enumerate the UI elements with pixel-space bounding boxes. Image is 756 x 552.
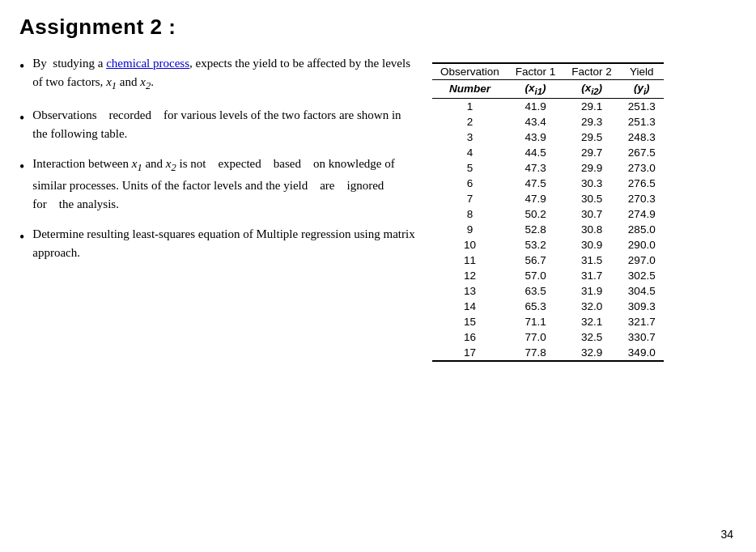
table-cell: 44.5 <box>508 145 564 160</box>
table-cell: 30.3 <box>563 176 620 191</box>
table-cell: 31.7 <box>563 268 620 283</box>
table-cell: 29.5 <box>563 130 620 145</box>
table-cell: 248.3 <box>620 130 664 145</box>
table-cell: 65.3 <box>508 299 564 314</box>
data-table-wrap: Observation Factor 1 Factor 2 Yield Numb… <box>432 62 664 362</box>
x1-var: x1 <box>106 75 117 88</box>
table-cell: 8 <box>432 206 508 222</box>
x1-var-2: x1 <box>132 157 142 170</box>
table-cell: 14 <box>432 299 508 314</box>
table-row: 850.230.7274.9 <box>432 206 664 222</box>
table-row: 444.529.7267.5 <box>432 145 664 160</box>
col-factor2-sub: (xi2) <box>563 80 620 99</box>
table-cell: 304.5 <box>620 283 664 299</box>
table-row: 1156.731.5297.0 <box>432 253 664 268</box>
table-cell: 30.5 <box>563 191 620 206</box>
table-cell: 9 <box>432 222 508 237</box>
table-cell: 285.0 <box>620 222 664 237</box>
table-cell: 53.2 <box>508 237 564 253</box>
table-cell: 47.5 <box>508 176 564 191</box>
table-cell: 77.8 <box>508 345 564 361</box>
table-cell: 30.9 <box>563 237 620 253</box>
table-cell: 276.5 <box>620 176 664 191</box>
table-cell: 29.1 <box>563 98 620 114</box>
table-row: 647.530.3276.5 <box>432 176 664 191</box>
bullet-list: • By studying a chemical process, expect… <box>19 54 416 274</box>
table-cell: 57.0 <box>508 268 564 283</box>
bullet-dot: • <box>19 56 24 79</box>
table-cell: 5 <box>432 160 508 176</box>
bullet-dot: • <box>19 108 24 130</box>
table-cell: 309.3 <box>620 299 664 314</box>
table-cell: 2 <box>432 114 508 130</box>
col-yield-sub: (yi) <box>620 80 664 99</box>
table-cell: 302.5 <box>620 268 664 283</box>
table-cell: 6 <box>432 176 508 191</box>
table-row: 547.329.9273.0 <box>432 160 664 176</box>
list-item: • By studying a chemical process, expect… <box>19 54 416 95</box>
table-cell: 251.3 <box>620 114 664 130</box>
table-cell: 63.5 <box>508 283 564 299</box>
bullet-dot: • <box>19 156 24 179</box>
table-cell: 7 <box>432 191 508 206</box>
table-cell: 330.7 <box>620 329 664 345</box>
col-observation-sub: Number <box>432 80 508 99</box>
table-row: 343.929.5248.3 <box>432 130 664 145</box>
table-cell: 273.0 <box>620 160 664 176</box>
table-cell: 29.3 <box>563 114 620 130</box>
table-row: 1053.230.9290.0 <box>432 237 664 253</box>
observation-table: Observation Factor 1 Factor 2 Yield Numb… <box>432 62 664 362</box>
bullet-text-1: By studying a chemical process, expects … <box>32 54 416 95</box>
table-cell: 31.5 <box>563 253 620 268</box>
table-cell: 56.7 <box>508 253 564 268</box>
table-cell: 32.5 <box>563 329 620 345</box>
col-factor1-sub: (xi1) <box>508 80 564 99</box>
table-cell: 77.0 <box>508 329 564 345</box>
bullet-text-2: Observations recorded for various levels… <box>32 106 416 144</box>
table-row: 1465.332.0309.3 <box>432 299 664 314</box>
table-cell: 297.0 <box>620 253 664 268</box>
bullet-text-3: Interaction between x1 and x2 is not exp… <box>32 155 416 214</box>
table-cell: 30.8 <box>563 222 620 237</box>
table-cell: 274.9 <box>620 206 664 222</box>
table-cell: 10 <box>432 237 508 253</box>
table-cell: 3 <box>432 130 508 145</box>
table-cell: 4 <box>432 145 508 160</box>
table-cell: 50.2 <box>508 206 564 222</box>
table-header-row-2: Number (xi1) (xi2) (yi) <box>432 80 664 99</box>
table-cell: 32.9 <box>563 345 620 361</box>
table-cell: 31.9 <box>563 283 620 299</box>
col-yield-header: Yield <box>620 63 664 80</box>
table-cell: 47.9 <box>508 191 564 206</box>
table-cell: 321.7 <box>620 314 664 329</box>
table-row: 1257.031.7302.5 <box>432 268 664 283</box>
list-item: • Interaction between x1 and x2 is not e… <box>19 155 416 214</box>
bullet-dot: • <box>19 227 24 249</box>
table-row: 141.929.1251.3 <box>432 98 664 114</box>
table-cell: 30.7 <box>563 206 620 222</box>
table-cell: 43.9 <box>508 130 564 145</box>
table-cell: 13 <box>432 283 508 299</box>
chemical-process-link[interactable]: chemical process <box>106 57 189 70</box>
table-cell: 251.3 <box>620 98 664 114</box>
table-cell: 17 <box>432 345 508 361</box>
table-cell: 11 <box>432 253 508 268</box>
col-factor1-header: Factor 1 <box>508 63 564 80</box>
table-cell: 267.5 <box>620 145 664 160</box>
x2-var: x2 <box>140 75 151 88</box>
table-cell: 41.9 <box>508 98 564 114</box>
bullet-text-4: Determine resulting least-squares equati… <box>32 225 416 263</box>
page-number: 34 <box>720 528 733 541</box>
page-title: Assignment 2 : <box>19 15 737 40</box>
col-factor2-header: Factor 2 <box>563 63 620 80</box>
table-row: 1677.032.5330.7 <box>432 329 664 345</box>
table-row: 1571.132.1321.7 <box>432 314 664 329</box>
table-row: 1363.531.9304.5 <box>432 283 664 299</box>
table-cell: 32.0 <box>563 299 620 314</box>
table-row: 747.930.5270.3 <box>432 191 664 206</box>
table-row: 952.830.8285.0 <box>432 222 664 237</box>
table-cell: 52.8 <box>508 222 564 237</box>
table-header-row-1: Observation Factor 1 Factor 2 Yield <box>432 63 664 80</box>
main-content: • By studying a chemical process, expect… <box>19 54 737 362</box>
table-cell: 32.1 <box>563 314 620 329</box>
